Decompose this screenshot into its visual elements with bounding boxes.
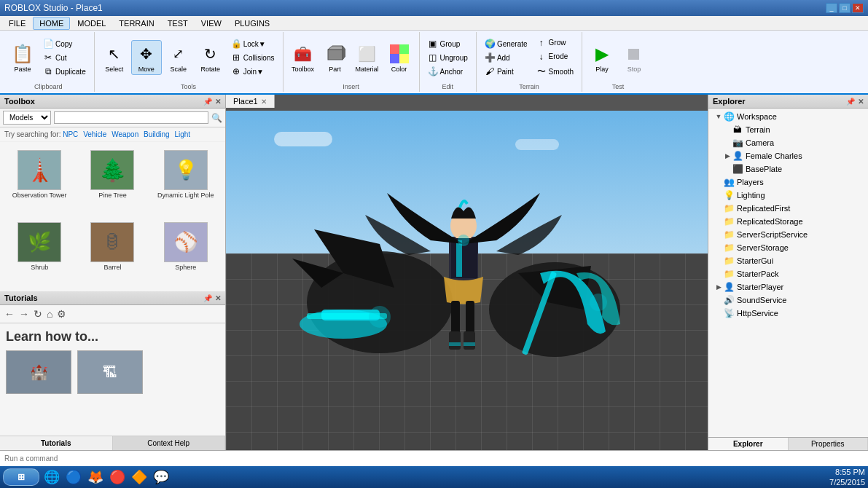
nav-back-icon[interactable]: ← <box>4 308 15 320</box>
toolbox-item-tower[interactable]: 🗼 Observation Tower <box>4 146 74 216</box>
suggestion-building[interactable]: Building <box>144 130 170 138</box>
tree-item-female-charles[interactable]: ▶ 👤 Female Charles <box>708 149 868 162</box>
toolbox-item-lightpole[interactable]: 💡 Dynamic Light Pole <box>151 146 221 216</box>
grow-button[interactable]: ↑ Grow <box>533 36 577 50</box>
tutorials-close-icon[interactable]: ✕ <box>215 294 221 302</box>
nav-settings-icon[interactable]: ⚙ <box>57 308 66 320</box>
tree-item-server-script[interactable]: 📁 ServerScriptService <box>708 228 868 241</box>
nav-forward-icon[interactable]: → <box>19 308 29 320</box>
maximize-button[interactable]: □ <box>839 3 851 13</box>
paint-button[interactable]: 🖌 Paint <box>481 65 531 78</box>
nav-refresh-icon[interactable]: ↻ <box>34 308 42 320</box>
nav-home-icon[interactable]: ⌂ <box>47 308 52 320</box>
toolbox-item-sphere[interactable]: ⚾ Sphere <box>151 219 221 288</box>
tab-tutorials[interactable]: Tutorials <box>0 436 113 450</box>
menu-terrain[interactable]: TERRAIN <box>113 17 160 29</box>
group-button[interactable]: ▣ Group <box>424 37 472 50</box>
tab-explorer[interactable]: Explorer <box>708 438 789 450</box>
play-button[interactable]: ▶ Play <box>587 40 617 75</box>
viewport[interactable]: Place1 ✕ <box>226 95 708 450</box>
taskbar-icon-app1[interactable]: 🔶 <box>130 468 149 486</box>
tree-item-baseplate[interactable]: ⬛ BasePlate <box>708 162 868 176</box>
part-button[interactable]: Part <box>320 40 351 75</box>
tree-item-camera[interactable]: 📷 Camera <box>708 136 868 149</box>
menu-home[interactable]: HOME <box>33 17 70 30</box>
menu-file[interactable]: FILE <box>3 17 31 29</box>
anchor-button[interactable]: ⚓ Anchor <box>424 65 472 78</box>
close-button[interactable]: ✕ <box>852 3 864 13</box>
toolbox-item-tree[interactable]: 🌲 Pine Tree <box>77 146 147 216</box>
toolbox-item-shrub[interactable]: 🌿 Shrub <box>4 219 74 288</box>
tree-item-http-service[interactable]: 📡 HttpService <box>708 307 868 320</box>
toolbox-button[interactable]: 🧰 Toolbox <box>288 40 318 75</box>
tutorials-pin-icon[interactable]: 📌 <box>203 294 212 302</box>
collisions-button[interactable]: ⊞ Collisions <box>227 51 278 64</box>
tree-item-workspace[interactable]: ▼ 🌐 Workspace <box>708 110 868 123</box>
tree-item-replicated-first[interactable]: 📁 ReplicatedFirst <box>708 202 868 215</box>
material-button[interactable]: ⬜ Material <box>352 40 383 75</box>
tutorials-controls[interactable]: 📌 ✕ <box>203 294 221 302</box>
menu-test[interactable]: TEST <box>162 17 194 29</box>
toolbox-dropdown[interactable]: Models Decals Audio Meshes <box>3 111 51 125</box>
suggestion-weapon[interactable]: Weapon <box>112 130 138 138</box>
color-button[interactable]: Color <box>384 40 415 75</box>
toolbox-pin-icon[interactable]: 📌 <box>203 98 212 106</box>
tree-item-starter-gui[interactable]: 📁 StarterGui <box>708 254 868 267</box>
menu-plugins[interactable]: PLUGINS <box>229 17 275 29</box>
toolbox-close-icon[interactable]: ✕ <box>215 98 221 106</box>
cut-button[interactable]: ✂ Cut <box>39 51 90 64</box>
join-button[interactable]: ⊕ Join▼ <box>227 65 278 78</box>
suggestion-light[interactable]: Light <box>174 130 190 138</box>
taskbar-icon-ie[interactable]: 🌐 <box>42 468 61 486</box>
command-input[interactable] <box>4 454 864 463</box>
stop-button[interactable]: ⏹ Stop <box>619 40 649 75</box>
menu-model[interactable]: MODEL <box>71 17 112 29</box>
explorer-close-icon[interactable]: ✕ <box>858 98 864 106</box>
tab-context-help[interactable]: Context Help <box>113 436 226 450</box>
copy-button[interactable]: 📄 Copy <box>39 37 90 50</box>
tutorial-thumb-1[interactable]: 🏰 <box>6 350 71 394</box>
taskbar-icon-roblox[interactable]: 🔴 <box>108 468 127 486</box>
search-input[interactable] <box>54 111 208 124</box>
tree-item-sound-service[interactable]: 🔊 SoundService <box>708 294 868 307</box>
tree-item-starter-player[interactable]: ▶ 👤 StarterPlayer <box>708 280 868 294</box>
tree-item-terrain[interactable]: 🏔 Terrain <box>708 123 868 136</box>
smooth-button[interactable]: 〜 Smooth <box>533 64 577 79</box>
menu-view[interactable]: VIEW <box>195 17 227 29</box>
ungroup-button[interactable]: ◫ Ungroup <box>424 51 472 64</box>
workspace-toggle[interactable]: ▼ <box>714 113 723 120</box>
explorer-controls[interactable]: 📌 ✕ <box>846 98 864 106</box>
move-button[interactable]: ✥ Move <box>131 40 162 75</box>
generate-button[interactable]: 🌍 Generate <box>481 37 531 50</box>
tree-item-lighting[interactable]: 💡 Lighting <box>708 189 868 202</box>
tree-item-starter-pack[interactable]: 📁 StarterPack <box>708 267 868 280</box>
taskbar-icon-firefox[interactable]: 🦊 <box>86 468 105 486</box>
viewport-close-icon[interactable]: ✕ <box>261 98 267 106</box>
tree-item-server-storage[interactable]: 📁 ServerStorage <box>708 241 868 254</box>
tree-item-replicated-storage[interactable]: 📁 ReplicatedStorage <box>708 215 868 228</box>
minimize-button[interactable]: _ <box>826 3 837 13</box>
titlebar-controls[interactable]: _ □ ✕ <box>826 3 864 13</box>
select-button[interactable]: ↖ Select <box>99 40 130 75</box>
start-button[interactable]: ⊞ <box>3 468 39 486</box>
viewport-tab-place1[interactable]: Place1 ✕ <box>226 95 275 108</box>
add-button[interactable]: ➕ Add <box>481 51 531 64</box>
tutorial-thumb-2[interactable]: 🏗 <box>77 350 143 394</box>
search-icon[interactable]: 🔍 <box>211 113 222 123</box>
tree-item-players[interactable]: 👥 Players <box>708 176 868 189</box>
suggestion-vehicle[interactable]: Vehicle <box>83 130 106 138</box>
suggestion-npc[interactable]: NPC <box>63 130 78 138</box>
starter-player-toggle[interactable]: ▶ <box>714 283 723 291</box>
tab-properties[interactable]: Properties <box>789 438 869 450</box>
erode-button[interactable]: ↓ Erode <box>533 50 577 63</box>
lock-button[interactable]: 🔒 Lock▼ <box>227 37 278 50</box>
duplicate-button[interactable]: ⧉ Duplicate <box>39 65 90 78</box>
female-charles-toggle[interactable]: ▶ <box>723 152 732 160</box>
taskbar-icon-chrome[interactable]: 🔵 <box>64 468 83 486</box>
paste-button[interactable]: 📋 Paste <box>7 40 38 75</box>
toolbox-controls[interactable]: 📌 ✕ <box>203 98 221 106</box>
scale-button[interactable]: ⤢ Scale <box>163 40 194 75</box>
rotate-button[interactable]: ↻ Rotate <box>195 40 226 75</box>
toolbox-item-barrel[interactable]: 🛢 Barrel <box>77 219 147 288</box>
taskbar-icon-skype[interactable]: 💬 <box>152 468 171 486</box>
